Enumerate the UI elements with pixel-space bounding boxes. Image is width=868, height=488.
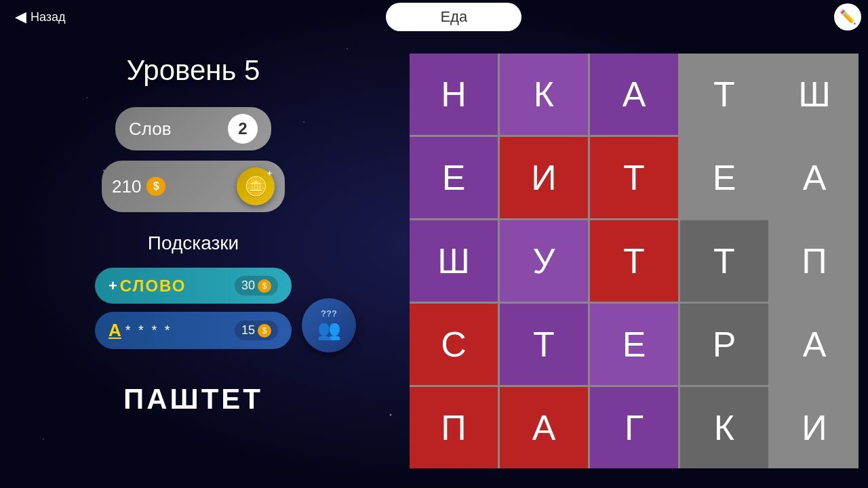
hint-letter-cost-coin: $ [258, 324, 271, 338]
grid-cell-16[interactable]: Т [500, 304, 588, 385]
grid-cell-9[interactable]: А [770, 137, 859, 218]
words-count: 2 [228, 114, 258, 144]
grid-cell-11[interactable]: У [500, 220, 588, 302]
hint-word-cost-coin: $ [258, 279, 271, 293]
category-bar: Еда [74, 3, 834, 31]
social-hint-button[interactable]: ??? 👥 [302, 298, 356, 352]
category-pill: Еда [386, 3, 521, 31]
grid-cell-24[interactable]: И [770, 387, 859, 468]
hints-label: Подсказки [148, 232, 239, 254]
level-title: Уровень 5 [127, 54, 260, 87]
words-badge: Слов 2 [115, 107, 271, 150]
add-word-hint-left: + СЛОВО [108, 277, 186, 296]
hint-letter-cost-value: 15 [241, 323, 255, 338]
grid-cell-14[interactable]: П [770, 220, 859, 302]
hint-word-cost: 30 $ [235, 276, 278, 296]
letter-hint-button[interactable]: А * * * * 15 $ [95, 312, 292, 349]
grid-cell-5[interactable]: Е [410, 137, 498, 218]
hint-plus-icon: + [108, 277, 117, 295]
add-coins-button[interactable]: 🪙 [237, 167, 275, 205]
social-friends-icon: 👥 [317, 319, 341, 341]
grid-cell-0[interactable]: Н [410, 54, 498, 135]
hint-dots: * * * * [125, 323, 172, 338]
answer-word: ПАШТЕТ [123, 383, 263, 415]
add-word-hint-button[interactable]: + СЛОВО 30 $ [95, 268, 292, 304]
coins-value: 210 [112, 176, 141, 197]
back-label: Назад [31, 10, 66, 24]
grid-cell-1[interactable]: К [500, 54, 588, 135]
grid-cell-10[interactable]: Ш [410, 220, 498, 302]
header: ◀ Назад Еда ✏️ [0, 0, 868, 34]
grid-cell-15[interactable]: С [410, 304, 498, 385]
grid-cell-3[interactable]: Т [680, 54, 768, 135]
grid-cell-12[interactable]: Т [590, 220, 678, 302]
hint-letter-content: А * * * * [108, 320, 172, 341]
grid-cell-4[interactable]: Ш [770, 54, 859, 135]
hint-icon-button[interactable]: ✏️ [834, 3, 861, 30]
hint-word-text: СЛОВО [120, 277, 186, 296]
grid-cell-21[interactable]: А [500, 387, 588, 468]
grid-cell-19[interactable]: А [770, 304, 859, 385]
grid-cell-7[interactable]: Т [590, 137, 678, 218]
letter-grid: НКАТШЕИТЕАШУТТПСТЕРАПАГКИ [410, 54, 859, 468]
hint-letter-cost: 15 $ [235, 321, 278, 340]
coins-amount: 210 $ [112, 176, 165, 197]
hint-icon: ✏️ [840, 9, 856, 25]
grid-cell-18[interactable]: Р [680, 304, 768, 385]
coin-stack-icon: 🪙 [244, 176, 268, 198]
grid-cell-8[interactable]: Е [680, 137, 768, 218]
grid-cell-23[interactable]: К [680, 387, 768, 468]
grid-cell-20[interactable]: П [410, 387, 498, 468]
coins-badge: 210 $ 🪙 [102, 161, 285, 212]
words-label: Слов [129, 119, 172, 140]
back-button[interactable]: ◀ Назад [7, 3, 74, 31]
right-panel: НКАТШЕИТЕАШУТТПСТЕРАПАГКИ [400, 34, 868, 488]
grid-cell-6[interactable]: И [500, 137, 588, 218]
grid-cell-2[interactable]: А [590, 54, 678, 135]
coin-symbol: $ [146, 177, 165, 196]
social-question-mark: ??? [321, 308, 337, 319]
grid-cell-13[interactable]: Т [680, 220, 768, 302]
grid-cell-17[interactable]: Е [590, 304, 678, 385]
left-panel: Уровень 5 Слов 2 210 $ 🪙 Подсказки + СЛО… [0, 34, 387, 488]
hint-word-cost-value: 30 [241, 279, 255, 293]
hint-letter-a: А [108, 320, 121, 341]
grid-cell-22[interactable]: Г [590, 387, 678, 468]
back-arrow-icon: ◀ [15, 8, 26, 26]
